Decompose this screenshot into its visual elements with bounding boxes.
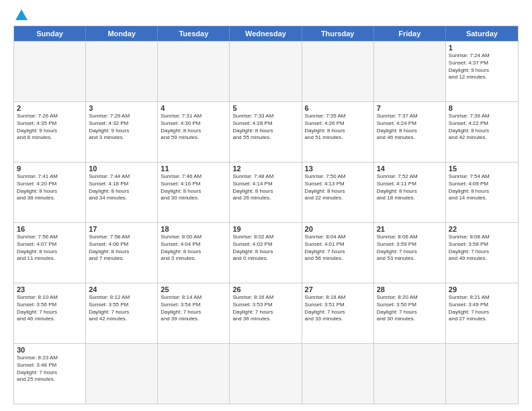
calendar-cell-4-5: 28Sunrise: 8:20 AM Sunset: 3:50 PM Dayli… (374, 283, 446, 343)
calendar-cell-3-6: 22Sunrise: 8:08 AM Sunset: 3:58 PM Dayli… (446, 223, 518, 283)
day-info: Sunrise: 7:24 AM Sunset: 4:37 PM Dayligh… (449, 52, 515, 81)
calendar-row-1: 2Sunrise: 7:26 AM Sunset: 4:35 PM Daylig… (14, 101, 518, 162)
calendar-cell-4-2: 25Sunrise: 8:14 AM Sunset: 3:54 PM Dayli… (158, 283, 230, 343)
calendar-cell-4-0: 23Sunrise: 8:10 AM Sunset: 3:56 PM Dayli… (14, 283, 86, 343)
calendar-cell-1-3: 5Sunrise: 7:33 AM Sunset: 4:28 PM Daylig… (230, 102, 302, 162)
day-info: Sunrise: 8:06 AM Sunset: 3:59 PM Dayligh… (377, 234, 443, 263)
calendar-cell-2-2: 11Sunrise: 7:46 AM Sunset: 4:16 PM Dayli… (158, 163, 230, 222)
day-number: 5 (232, 104, 298, 112)
calendar-header-friday: Friday (374, 26, 446, 41)
calendar-cell-0-6: 1Sunrise: 7:24 AM Sunset: 4:37 PM Daylig… (446, 42, 518, 101)
day-number: 20 (305, 225, 371, 233)
day-info: Sunrise: 7:26 AM Sunset: 4:35 PM Dayligh… (17, 113, 83, 142)
calendar-cell-2-6: 15Sunrise: 7:54 AM Sunset: 4:09 PM Dayli… (446, 163, 518, 222)
calendar-header-monday: Monday (86, 26, 158, 41)
day-info: Sunrise: 7:44 AM Sunset: 4:18 PM Dayligh… (89, 173, 154, 202)
day-number: 11 (161, 165, 226, 173)
day-number: 4 (161, 104, 226, 112)
calendar-cell-3-4: 20Sunrise: 8:04 AM Sunset: 4:01 PM Dayli… (302, 223, 374, 283)
calendar: SundayMondayTuesdayWednesdayThursdayFrid… (13, 26, 519, 404)
day-info: Sunrise: 7:58 AM Sunset: 4:06 PM Dayligh… (89, 234, 154, 263)
day-number: 18 (161, 225, 226, 233)
header (13, 12, 519, 20)
calendar-cell-5-3 (230, 344, 302, 404)
day-number: 12 (232, 165, 298, 173)
calendar-cell-2-1: 10Sunrise: 7:44 AM Sunset: 4:18 PM Dayli… (86, 163, 158, 222)
day-number: 28 (377, 285, 443, 293)
calendar-header-row: SundayMondayTuesdayWednesdayThursdayFrid… (14, 26, 518, 41)
calendar-header-sunday: Sunday (14, 26, 86, 41)
day-info: Sunrise: 7:35 AM Sunset: 4:26 PM Dayligh… (305, 113, 371, 142)
calendar-row-5: 30Sunrise: 8:23 AM Sunset: 3:48 PM Dayli… (14, 343, 518, 404)
calendar-cell-0-4 (302, 42, 374, 101)
calendar-cell-3-3: 19Sunrise: 8:02 AM Sunset: 4:02 PM Dayli… (230, 223, 302, 283)
day-number: 7 (377, 104, 443, 112)
day-number: 21 (377, 225, 443, 233)
day-info: Sunrise: 7:56 AM Sunset: 4:07 PM Dayligh… (17, 234, 83, 263)
calendar-cell-2-4: 13Sunrise: 7:50 AM Sunset: 4:13 PM Dayli… (302, 163, 374, 222)
day-info: Sunrise: 8:18 AM Sunset: 3:51 PM Dayligh… (305, 294, 371, 323)
day-info: Sunrise: 8:23 AM Sunset: 3:48 PM Dayligh… (17, 355, 83, 383)
calendar-cell-0-5 (374, 42, 446, 101)
calendar-header-saturday: Saturday (446, 26, 518, 41)
calendar-cell-3-2: 18Sunrise: 8:00 AM Sunset: 4:04 PM Dayli… (158, 223, 230, 283)
calendar-cell-5-2 (158, 344, 230, 404)
calendar-cell-1-0: 2Sunrise: 7:26 AM Sunset: 4:35 PM Daylig… (14, 102, 86, 162)
day-info: Sunrise: 8:00 AM Sunset: 4:04 PM Dayligh… (161, 234, 226, 263)
calendar-cell-3-0: 16Sunrise: 7:56 AM Sunset: 4:07 PM Dayli… (14, 223, 86, 283)
day-number: 2 (17, 104, 83, 112)
calendar-row-0: 1Sunrise: 7:24 AM Sunset: 4:37 PM Daylig… (14, 41, 518, 101)
day-number: 27 (305, 285, 371, 293)
calendar-cell-5-6 (446, 344, 518, 404)
logo-triangle-icon (15, 9, 28, 20)
day-number: 26 (232, 285, 298, 293)
calendar-cell-4-6: 29Sunrise: 8:21 AM Sunset: 3:49 PM Dayli… (446, 283, 518, 343)
day-number: 9 (17, 165, 83, 173)
calendar-cell-4-3: 26Sunrise: 8:16 AM Sunset: 3:53 PM Dayli… (230, 283, 302, 343)
calendar-cell-1-5: 7Sunrise: 7:37 AM Sunset: 4:24 PM Daylig… (374, 102, 446, 162)
calendar-cell-0-3 (230, 42, 302, 101)
calendar-body: 1Sunrise: 7:24 AM Sunset: 4:37 PM Daylig… (14, 41, 518, 404)
day-info: Sunrise: 8:10 AM Sunset: 3:56 PM Dayligh… (17, 294, 83, 323)
day-info: Sunrise: 7:37 AM Sunset: 4:24 PM Dayligh… (377, 113, 443, 142)
day-info: Sunrise: 7:33 AM Sunset: 4:28 PM Dayligh… (232, 113, 298, 142)
day-info: Sunrise: 7:39 AM Sunset: 4:22 PM Dayligh… (449, 113, 515, 142)
day-info: Sunrise: 7:41 AM Sunset: 4:20 PM Dayligh… (17, 173, 83, 202)
day-number: 16 (17, 225, 83, 233)
calendar-cell-2-3: 12Sunrise: 7:48 AM Sunset: 4:14 PM Dayli… (230, 163, 302, 222)
day-info: Sunrise: 8:20 AM Sunset: 3:50 PM Dayligh… (377, 294, 443, 323)
calendar-header-tuesday: Tuesday (158, 26, 230, 41)
day-number: 25 (161, 285, 226, 293)
day-info: Sunrise: 7:54 AM Sunset: 4:09 PM Dayligh… (449, 173, 515, 202)
calendar-cell-0-0 (14, 42, 86, 101)
day-number: 30 (17, 346, 83, 354)
day-info: Sunrise: 8:21 AM Sunset: 3:49 PM Dayligh… (449, 294, 515, 323)
day-number: 1 (449, 44, 515, 52)
calendar-cell-2-5: 14Sunrise: 7:52 AM Sunset: 4:11 PM Dayli… (374, 163, 446, 222)
day-info: Sunrise: 7:29 AM Sunset: 4:32 PM Dayligh… (89, 113, 154, 142)
day-number: 29 (449, 285, 515, 293)
calendar-cell-4-1: 24Sunrise: 8:12 AM Sunset: 3:55 PM Dayli… (86, 283, 158, 343)
page: SundayMondayTuesdayWednesdayThursdayFrid… (0, 0, 532, 411)
day-info: Sunrise: 7:46 AM Sunset: 4:16 PM Dayligh… (161, 173, 226, 202)
day-info: Sunrise: 7:50 AM Sunset: 4:13 PM Dayligh… (305, 173, 371, 202)
calendar-cell-3-1: 17Sunrise: 7:58 AM Sunset: 4:06 PM Dayli… (86, 223, 158, 283)
calendar-cell-3-5: 21Sunrise: 8:06 AM Sunset: 3:59 PM Dayli… (374, 223, 446, 283)
calendar-cell-4-4: 27Sunrise: 8:18 AM Sunset: 3:51 PM Dayli… (302, 283, 374, 343)
calendar-cell-1-1: 3Sunrise: 7:29 AM Sunset: 4:32 PM Daylig… (86, 102, 158, 162)
day-info: Sunrise: 8:12 AM Sunset: 3:55 PM Dayligh… (89, 294, 154, 323)
day-number: 10 (89, 165, 154, 173)
day-number: 15 (449, 165, 515, 173)
calendar-cell-0-1 (86, 42, 158, 101)
day-number: 13 (305, 165, 371, 173)
calendar-row-3: 16Sunrise: 7:56 AM Sunset: 4:07 PM Dayli… (14, 222, 518, 283)
calendar-cell-2-0: 9Sunrise: 7:41 AM Sunset: 4:20 PM Daylig… (14, 163, 86, 222)
day-info: Sunrise: 7:31 AM Sunset: 4:30 PM Dayligh… (161, 113, 226, 142)
day-number: 24 (89, 285, 154, 293)
calendar-cell-1-6: 8Sunrise: 7:39 AM Sunset: 4:22 PM Daylig… (446, 102, 518, 162)
day-number: 3 (89, 104, 154, 112)
logo (13, 12, 28, 20)
calendar-cell-5-4 (302, 344, 374, 404)
day-info: Sunrise: 8:04 AM Sunset: 4:01 PM Dayligh… (305, 234, 371, 263)
calendar-cell-5-5 (374, 344, 446, 404)
